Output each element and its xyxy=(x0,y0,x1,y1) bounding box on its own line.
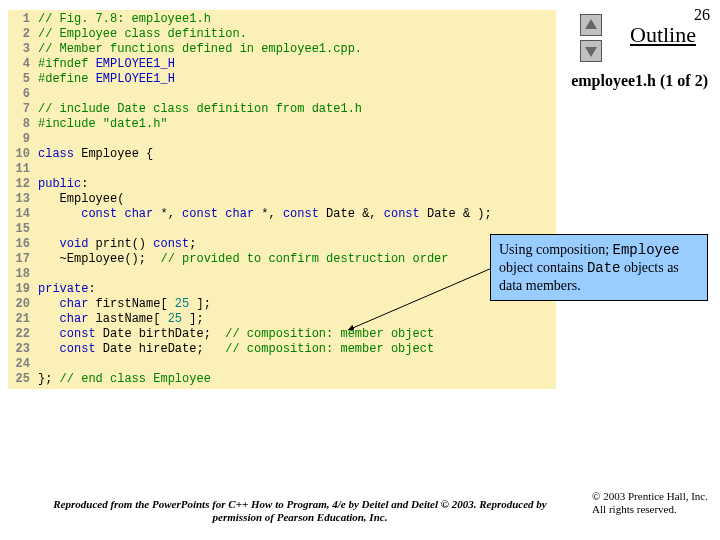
code-keyword: char xyxy=(60,312,89,326)
line-number: 2 xyxy=(8,27,38,42)
nav-down-button[interactable] xyxy=(580,40,602,62)
code-text xyxy=(88,72,95,86)
page-number: 26 xyxy=(694,6,710,24)
line-number: 6 xyxy=(8,87,38,102)
line-number: 14 xyxy=(8,207,38,222)
line-number: 24 xyxy=(8,357,38,372)
line-number: 19 xyxy=(8,282,38,297)
code-comment: // Fig. 7.8: employee1.h xyxy=(38,12,211,26)
code-text: lastName[ xyxy=(88,312,167,326)
arrow-down-icon xyxy=(585,47,597,57)
code-keyword: class xyxy=(38,147,74,161)
line-number: 18 xyxy=(8,267,38,282)
code-text: Date hireDate; xyxy=(96,342,226,356)
code-text xyxy=(88,57,95,71)
code-number: 25 xyxy=(168,312,182,326)
code-number: 25 xyxy=(175,297,189,311)
code-text: firstName[ xyxy=(88,297,174,311)
code-text: Date &, xyxy=(319,207,384,221)
code-keyword: const xyxy=(60,327,96,341)
code-indent xyxy=(38,342,60,356)
code-text: : xyxy=(88,282,95,296)
code-indent xyxy=(38,312,60,326)
line-number: 8 xyxy=(8,117,38,132)
code-indent xyxy=(38,252,60,266)
code-preproc: #define xyxy=(38,72,88,86)
code-comment: // include Date class definition from da… xyxy=(38,102,362,116)
line-number: 5 xyxy=(8,72,38,87)
line-number: 17 xyxy=(8,252,38,267)
line-number: 3 xyxy=(8,42,38,57)
code-text: Date & ); xyxy=(420,207,492,221)
slide: 26 Outline employee1.h (1 of 2) 1// Fig.… xyxy=(0,0,720,540)
code-indent xyxy=(38,237,60,251)
line-number: 22 xyxy=(8,327,38,342)
code-macro: EMPLOYEE1_H xyxy=(96,72,175,86)
code-comment: // Member functions defined in employee1… xyxy=(38,42,362,56)
code-text: Date birthDate; xyxy=(96,327,226,341)
code-text: *, xyxy=(254,207,283,221)
code-keyword: char xyxy=(225,207,254,221)
code-keyword: char xyxy=(60,297,89,311)
line-number: 7 xyxy=(8,102,38,117)
code-keyword: char xyxy=(124,207,153,221)
reproduction-notice: Reproduced from the PowerPoints for C++ … xyxy=(40,498,560,524)
code-text: }; xyxy=(38,372,60,386)
code-text: print() xyxy=(88,237,153,251)
code-indent xyxy=(38,207,81,221)
code-text: Employee { xyxy=(74,147,153,161)
callout-text: Using composition; xyxy=(499,242,613,257)
slide-subtitle: employee1.h (1 of 2) xyxy=(571,72,708,90)
code-keyword: const xyxy=(81,207,117,221)
line-number: 23 xyxy=(8,342,38,357)
code-keyword: private xyxy=(38,282,88,296)
code-text: ~Employee(); xyxy=(60,252,161,266)
code-string: "date1.h" xyxy=(103,117,168,131)
callout-box: Using composition; Employee object conta… xyxy=(490,234,708,301)
code-indent xyxy=(38,192,60,206)
code-text: *, xyxy=(153,207,182,221)
code-keyword: const xyxy=(283,207,319,221)
code-text: ; xyxy=(189,237,196,251)
code-comment: // provided to confirm destruction order xyxy=(160,252,448,266)
line-number: 1 xyxy=(8,12,38,27)
code-text: : xyxy=(81,177,88,191)
code-indent xyxy=(38,297,60,311)
code-preproc: #include xyxy=(38,117,96,131)
copyright: © 2003 Prentice Hall, Inc. All rights re… xyxy=(592,490,708,516)
code-comment: // composition: member object xyxy=(225,327,434,341)
line-number: 15 xyxy=(8,222,38,237)
code-comment: // composition: member object xyxy=(225,342,434,356)
code-listing: 1// Fig. 7.8: employee1.h 2// Employee c… xyxy=(8,10,556,389)
code-comment: // end class Employee xyxy=(60,372,211,386)
code-text xyxy=(96,117,103,131)
code-text: ]; xyxy=(189,297,211,311)
code-keyword: void xyxy=(60,237,89,251)
line-number: 11 xyxy=(8,162,38,177)
line-number: 21 xyxy=(8,312,38,327)
code-keyword: const xyxy=(182,207,218,221)
line-number: 12 xyxy=(8,177,38,192)
code-macro: EMPLOYEE1_H xyxy=(96,57,175,71)
line-number: 4 xyxy=(8,57,38,72)
line-number: 9 xyxy=(8,132,38,147)
line-number: 16 xyxy=(8,237,38,252)
code-keyword: const xyxy=(384,207,420,221)
callout-code: Employee xyxy=(613,242,680,258)
line-number: 25 xyxy=(8,372,38,387)
outline-link[interactable]: Outline xyxy=(630,22,696,48)
line-number: 10 xyxy=(8,147,38,162)
callout-code: Date xyxy=(587,260,621,276)
code-keyword: public xyxy=(38,177,81,191)
code-comment: // Employee class definition. xyxy=(38,27,247,41)
line-number: 13 xyxy=(8,192,38,207)
code-indent xyxy=(38,327,60,341)
code-keyword: const xyxy=(60,342,96,356)
callout-text: object contains xyxy=(499,260,587,275)
code-preproc: #ifndef xyxy=(38,57,88,71)
copyright-line: All rights reserved. xyxy=(592,503,677,515)
nav-up-button[interactable] xyxy=(580,14,602,36)
code-text: ]; xyxy=(182,312,204,326)
arrow-up-icon xyxy=(585,19,597,29)
code-keyword: const xyxy=(153,237,189,251)
